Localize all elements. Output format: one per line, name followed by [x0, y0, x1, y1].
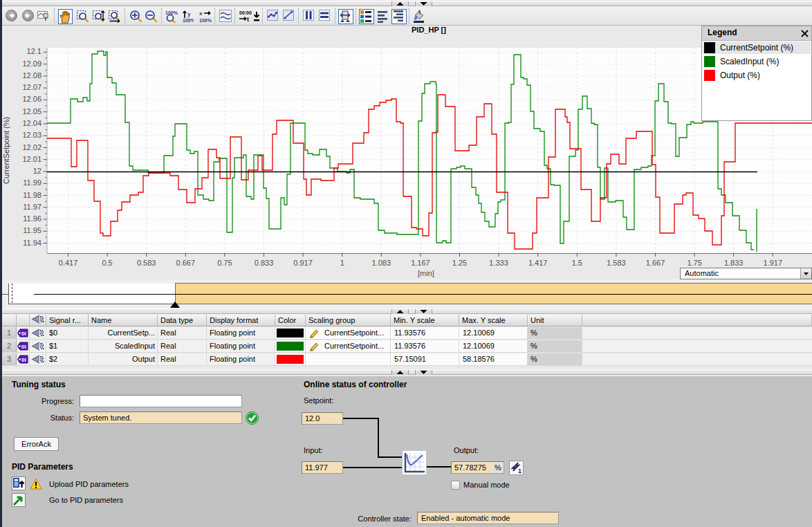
svg-text:0I: 0I — [21, 331, 26, 337]
svg-text:1: 1 — [518, 468, 522, 474]
svg-text:0I: 0I — [21, 344, 26, 350]
svg-text:0I: 0I — [21, 357, 26, 363]
